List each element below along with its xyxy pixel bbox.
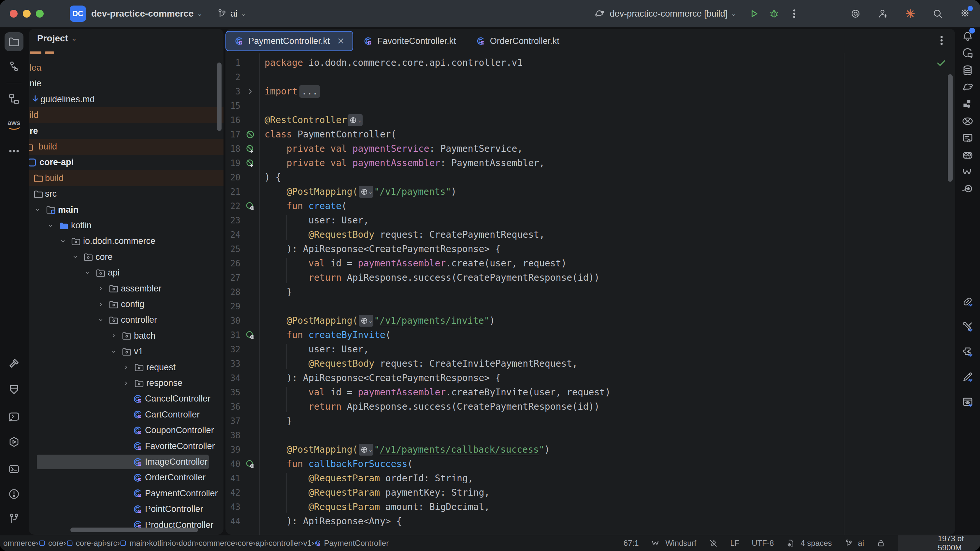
- code-line[interactable]: 38: [226, 428, 955, 443]
- tree-collapse-chevron-icon[interactable]: [122, 379, 130, 387]
- tree-item-core[interactable]: core: [29, 249, 223, 265]
- tree-item-controller[interactable]: controller: [29, 312, 223, 328]
- code-line[interactable]: 39 @PostMapping(⌄"/v1/payments/callback/…: [226, 443, 955, 457]
- problems-tool-button[interactable]: [5, 484, 24, 503]
- inspections-ok-icon[interactable]: [936, 57, 947, 68]
- project-widget[interactable]: dev-practice-commerce: [91, 8, 194, 19]
- code-line[interactable]: 23 user: User,: [226, 213, 955, 228]
- code-line[interactable]: 24 @RequestBody request: CreatePaymentRe…: [226, 228, 955, 242]
- gutter-spring-bean-icon[interactable]: [241, 142, 259, 156]
- structure-tool-button[interactable]: [5, 90, 24, 108]
- tree-item-re[interactable]: re: [29, 123, 223, 139]
- doc-code-tool-button[interactable]: [958, 129, 977, 148]
- breadcrumb-main[interactable]: main: [119, 538, 146, 548]
- cascade-button[interactable]: [904, 7, 917, 20]
- fold-chevron-icon[interactable]: [241, 84, 259, 98]
- code-line[interactable]: 20 ) {: [226, 170, 955, 185]
- code-line[interactable]: 40 fun callbackForSuccess(: [226, 457, 955, 471]
- indent-widget[interactable]: 4 spaces: [786, 538, 832, 548]
- tree-item-src[interactable]: src: [29, 186, 223, 202]
- gradle-tool-button[interactable]: [958, 78, 977, 97]
- code-line[interactable]: 2: [226, 70, 955, 84]
- git-branch-widget[interactable]: ai: [844, 538, 864, 548]
- tree-item-lea[interactable]: lea: [29, 60, 223, 76]
- code-line[interactable]: 29: [226, 299, 955, 314]
- x-plugin-tool-button[interactable]: [958, 112, 977, 130]
- tree-item-build[interactable]: build: [29, 139, 223, 155]
- code-line[interactable]: 32 user: User,: [226, 342, 955, 357]
- tree-item-batch[interactable]: batch: [29, 328, 223, 344]
- tree-item-paymentcontroller[interactable]: PaymentController: [29, 486, 223, 502]
- project-tool-button[interactable]: [5, 32, 24, 51]
- code-line[interactable]: 27 return ApiResponse.success(CreatePaym…: [226, 271, 955, 285]
- breadcrumb-kotlin[interactable]: kotlin: [149, 538, 167, 548]
- mention-ai-button[interactable]: [849, 7, 862, 20]
- tree-item-guidelines-md[interactable]: guidelines.md: [29, 92, 223, 108]
- run-configuration[interactable]: dev-practice-commerce [build]: [610, 9, 728, 19]
- tree-collapse-chevron-icon[interactable]: [96, 300, 105, 309]
- tree-collapse-chevron-icon[interactable]: [96, 284, 105, 293]
- breadcrumb-v1[interactable]: v1: [303, 538, 312, 548]
- services-tool-button[interactable]: [5, 432, 24, 451]
- tree-item-config[interactable]: config: [29, 296, 223, 312]
- tree-item-main[interactable]: main: [29, 202, 223, 218]
- gutter-request-mapping-icon[interactable]: [241, 457, 259, 471]
- url-mapping-globe-icon[interactable]: ⌄: [348, 114, 363, 126]
- breadcrumb-commerce[interactable]: commerce: [199, 538, 235, 548]
- code-with-me-button[interactable]: [877, 7, 889, 20]
- tree-item-nie[interactable]: nie: [29, 76, 223, 92]
- code-line[interactable]: 16 @RestController⌄: [226, 113, 955, 127]
- write-access-widget[interactable]: [877, 538, 886, 548]
- breadcrumb-core[interactable]: core: [238, 538, 253, 548]
- tree-expand-chevron-icon[interactable]: [71, 253, 80, 261]
- trace-tool-button[interactable]: [958, 179, 977, 198]
- close-window-button[interactable]: [10, 10, 18, 17]
- gutter-spring-bean-icon[interactable]: [241, 156, 259, 170]
- minimize-window-button[interactable]: [23, 10, 30, 17]
- tab-favoritecontroller-kt[interactable]: FavoriteController.kt: [353, 31, 466, 51]
- tab-ordercontroller-kt[interactable]: OrderController.kt: [466, 31, 569, 51]
- notifications-tool-button[interactable]: [958, 27, 977, 46]
- tree-item-pointcontroller[interactable]: PointController: [29, 501, 223, 517]
- tree-item-assembler[interactable]: assembler: [29, 281, 223, 297]
- gutter-spring-bean-icon[interactable]: [241, 127, 259, 142]
- tree-item-io-dodn-commerce[interactable]: io.dodn.commerce: [29, 233, 223, 249]
- tree-item-core-api[interactable]: core-api: [29, 154, 223, 170]
- tree-item-kotlin[interactable]: kotlin: [29, 218, 223, 233]
- code-line[interactable]: 17 class PaymentController(: [226, 127, 955, 142]
- code-line[interactable]: 36 return ApiResponse.success(CreatePaym…: [226, 400, 955, 414]
- zoom-window-button[interactable]: [36, 10, 44, 17]
- terminal-tool-button[interactable]: [5, 460, 24, 479]
- gutter-request-mapping-icon[interactable]: [241, 199, 259, 213]
- version-control-tool-button[interactable]: [5, 509, 24, 528]
- code-line[interactable]: 42 @RequestParam paymentKey: String,: [226, 486, 955, 500]
- encoding-widget[interactable]: UTF-8: [752, 538, 774, 548]
- windsurf-plugin-widget[interactable]: Windsurf: [651, 538, 697, 548]
- code-line[interactable]: 1 package io.dodn.commerce.core.api.cont…: [226, 56, 955, 70]
- breadcrumb-paymentcontroller[interactable]: PaymentController: [314, 538, 389, 548]
- url-mapping-globe-icon[interactable]: ⌄: [359, 186, 374, 198]
- tree-item-ordercontroller[interactable]: OrderController: [29, 470, 223, 486]
- branch-widget[interactable]: ai: [230, 8, 237, 19]
- code-line[interactable]: 30 @PostMapping(⌄"/v1/payments/invite"): [226, 314, 955, 328]
- tree-item-ild[interactable]: ild: [29, 107, 223, 123]
- tree-vertical-scrollbar[interactable]: [217, 62, 221, 131]
- build-hammer-tool-button[interactable]: [5, 354, 24, 373]
- search-everywhere-button[interactable]: [931, 7, 944, 20]
- tree-item-cancelcontroller[interactable]: CancelController: [29, 391, 223, 407]
- breadcrumb-core[interactable]: core: [38, 538, 64, 548]
- code-line[interactable]: 35 val id = paymentAssembler.createByInv…: [226, 385, 955, 400]
- tree-item-imagecontroller[interactable]: ImageController: [29, 454, 223, 470]
- breadcrumb-api[interactable]: api: [255, 538, 266, 548]
- settings-button[interactable]: [958, 7, 972, 20]
- more-tool-button[interactable]: [5, 142, 24, 160]
- code-line[interactable]: 15: [226, 98, 955, 113]
- tree-item-favoritecontroller[interactable]: FavoriteController: [29, 438, 223, 454]
- breadcrumb-io[interactable]: io: [170, 538, 176, 548]
- tab-paymentcontroller-kt[interactable]: PaymentController.kt ✕: [226, 31, 353, 51]
- robot-tool-button[interactable]: [958, 146, 977, 164]
- tools-tool-button[interactable]: [958, 317, 977, 336]
- breadcrumb-src[interactable]: src: [107, 538, 117, 548]
- breadcrumb-core-api[interactable]: core-api: [66, 538, 104, 548]
- run-button[interactable]: [748, 7, 760, 20]
